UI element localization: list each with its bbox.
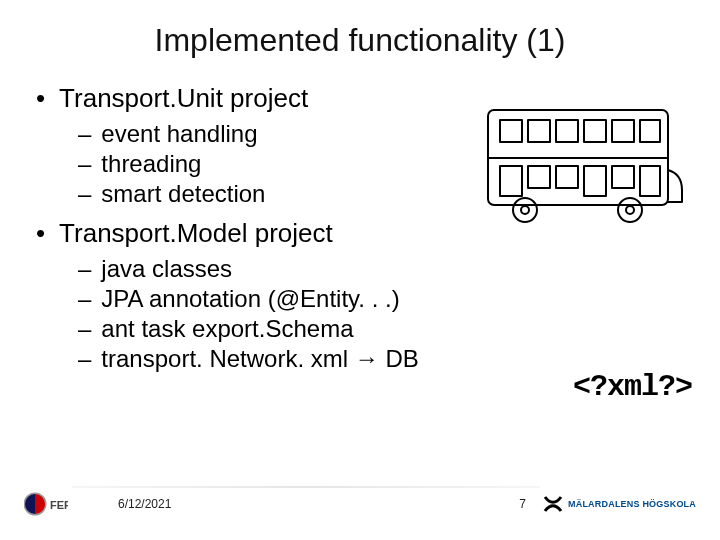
svg-rect-8 xyxy=(500,166,522,196)
item-text: smart detection xyxy=(101,180,265,208)
footer-left: FER 6/12/2021 xyxy=(24,490,171,518)
section-2-items: java classes JPA annotation (@Entity. . … xyxy=(36,255,690,373)
svg-rect-11 xyxy=(584,166,606,196)
bus-icon xyxy=(480,100,690,230)
svg-point-14 xyxy=(513,198,537,222)
svg-rect-4 xyxy=(556,120,578,142)
svg-point-15 xyxy=(521,206,529,214)
svg-text:FER: FER xyxy=(50,499,68,511)
footer-date: 6/12/2021 xyxy=(118,497,171,511)
mdh-logo-text: MÄLARDALENS HÖGSKOLA xyxy=(568,499,696,509)
section-2-heading: Transport.Model project xyxy=(59,218,333,249)
footer: FER 6/12/2021 7 MÄLARDALENS HÖGSKOLA xyxy=(0,480,720,528)
mdh-logo-icon: MÄLARDALENS HÖGSKOLA xyxy=(542,494,696,514)
svg-rect-3 xyxy=(528,120,550,142)
item-text: ant task export.Schema xyxy=(101,315,353,343)
item-text: threading xyxy=(101,150,201,178)
section-1-heading: Transport.Unit project xyxy=(59,83,308,114)
svg-rect-7 xyxy=(640,120,660,142)
page-number: 7 xyxy=(519,497,526,511)
svg-rect-10 xyxy=(556,166,578,188)
footer-right: 7 MÄLARDALENS HÖGSKOLA xyxy=(519,494,696,514)
svg-rect-9 xyxy=(528,166,550,188)
svg-point-17 xyxy=(626,206,634,214)
item-text: JPA annotation (@Entity. . .) xyxy=(101,285,399,313)
fer-logo-icon: FER xyxy=(24,490,68,518)
svg-rect-5 xyxy=(584,120,606,142)
xml-text: <?xml?> xyxy=(573,370,692,404)
item-text: event handling xyxy=(101,120,257,148)
slide: Implemented functionality (1) Transport.… xyxy=(0,0,720,540)
svg-rect-2 xyxy=(500,120,522,142)
svg-rect-13 xyxy=(640,166,660,196)
svg-rect-12 xyxy=(612,166,634,188)
list-item: transport. Network. xml → DB xyxy=(78,345,690,373)
svg-rect-6 xyxy=(612,120,634,142)
list-item: JPA annotation (@Entity. . .) xyxy=(78,285,690,313)
xml-snippet-icon: <?xml?> xyxy=(573,370,692,404)
list-item: ant task export.Schema xyxy=(78,315,690,343)
slide-title: Implemented functionality (1) xyxy=(30,22,690,59)
item-text: java classes xyxy=(101,255,232,283)
item-text: transport. Network. xml → DB xyxy=(101,345,418,373)
list-item: java classes xyxy=(78,255,690,283)
svg-point-16 xyxy=(618,198,642,222)
